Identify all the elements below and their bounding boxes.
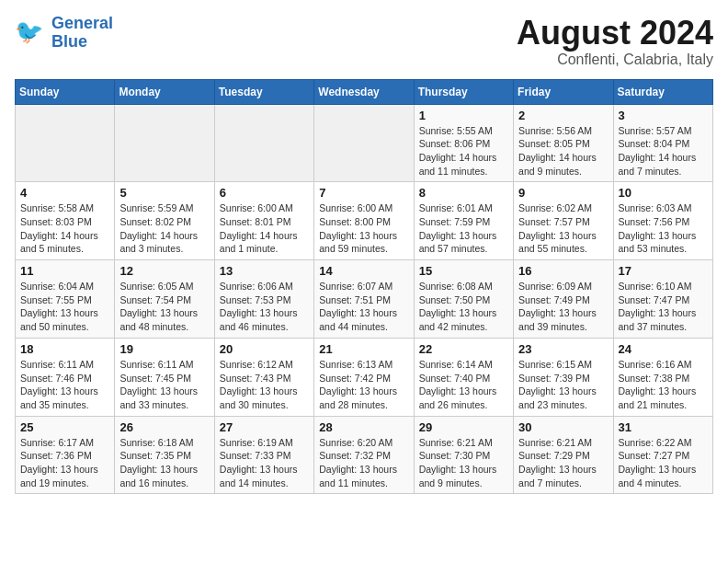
day-number: 18 xyxy=(20,342,109,356)
day-info: Sunrise: 6:20 AMSunset: 7:32 PMDaylight:… xyxy=(319,436,408,490)
day-number: 5 xyxy=(119,186,209,200)
day-number: 23 xyxy=(518,342,608,356)
day-info: Sunrise: 6:17 AMSunset: 7:36 PMDaylight:… xyxy=(20,436,109,490)
day-number: 25 xyxy=(20,420,109,434)
day-number: 15 xyxy=(419,264,508,278)
day-info: Sunrise: 5:57 AMSunset: 8:04 PMDaylight:… xyxy=(619,124,708,178)
day-number: 22 xyxy=(419,342,508,356)
calendar-subtitle: Conflenti, Calabria, Italy xyxy=(517,52,713,68)
calendar-cell: 1Sunrise: 5:55 AMSunset: 8:06 PMDaylight… xyxy=(414,104,513,182)
week-row-3: 11Sunrise: 6:04 AMSunset: 7:55 PMDayligh… xyxy=(16,260,713,339)
day-number: 24 xyxy=(619,342,708,356)
weekday-header-friday: Friday xyxy=(514,79,613,104)
day-info: Sunrise: 6:11 AMSunset: 7:45 PMDaylight:… xyxy=(119,358,209,412)
day-info: Sunrise: 5:56 AMSunset: 8:05 PMDaylight:… xyxy=(518,124,608,178)
day-number: 19 xyxy=(119,342,209,356)
day-number: 26 xyxy=(119,420,209,434)
day-number: 29 xyxy=(419,420,508,434)
calendar-cell: 16Sunrise: 6:09 AMSunset: 7:49 PMDayligh… xyxy=(514,260,613,339)
day-number: 8 xyxy=(419,186,508,200)
day-info: Sunrise: 6:19 AMSunset: 7:33 PMDaylight:… xyxy=(220,436,309,490)
day-info: Sunrise: 6:00 AMSunset: 8:00 PMDaylight:… xyxy=(319,201,408,256)
logo-text: General Blue xyxy=(51,15,113,52)
calendar-cell: 22Sunrise: 6:14 AMSunset: 7:40 PMDayligh… xyxy=(414,338,513,416)
day-number: 27 xyxy=(220,420,309,434)
calendar-cell: 13Sunrise: 6:06 AMSunset: 7:53 PMDayligh… xyxy=(214,260,313,339)
calendar-cell: 2Sunrise: 5:56 AMSunset: 8:05 PMDaylight… xyxy=(514,104,613,182)
logo-line1: General xyxy=(51,14,113,32)
week-row-2: 4Sunrise: 5:58 AMSunset: 8:03 PMDaylight… xyxy=(16,182,713,260)
calendar-cell: 11Sunrise: 6:04 AMSunset: 7:55 PMDayligh… xyxy=(16,260,115,339)
logo-line2: Blue xyxy=(51,32,87,51)
calendar-cell: 14Sunrise: 6:07 AMSunset: 7:51 PMDayligh… xyxy=(314,260,414,339)
day-info: Sunrise: 6:08 AMSunset: 7:50 PMDaylight:… xyxy=(419,280,508,334)
svg-text:🐦: 🐦 xyxy=(15,17,44,46)
calendar-cell: 3Sunrise: 5:57 AMSunset: 8:04 PMDaylight… xyxy=(613,104,712,182)
day-number: 12 xyxy=(119,264,209,278)
calendar-cell: 18Sunrise: 6:11 AMSunset: 7:46 PMDayligh… xyxy=(16,338,115,416)
week-row-4: 18Sunrise: 6:11 AMSunset: 7:46 PMDayligh… xyxy=(16,338,713,416)
day-number: 21 xyxy=(319,342,408,356)
calendar-cell: 23Sunrise: 6:15 AMSunset: 7:39 PMDayligh… xyxy=(514,338,613,416)
calendar-cell: 21Sunrise: 6:13 AMSunset: 7:42 PMDayligh… xyxy=(314,338,414,416)
day-number: 13 xyxy=(220,264,309,278)
day-info: Sunrise: 6:22 AMSunset: 7:27 PMDaylight:… xyxy=(619,436,708,490)
calendar-cell: 19Sunrise: 6:11 AMSunset: 7:45 PMDayligh… xyxy=(115,338,214,416)
calendar-cell: 28Sunrise: 6:20 AMSunset: 7:32 PMDayligh… xyxy=(314,416,414,494)
day-info: Sunrise: 6:16 AMSunset: 7:38 PMDaylight:… xyxy=(619,358,708,412)
weekday-header-row: SundayMondayTuesdayWednesdayThursdayFrid… xyxy=(16,79,713,104)
day-info: Sunrise: 6:12 AMSunset: 7:43 PMDaylight:… xyxy=(220,358,309,412)
weekday-header-saturday: Saturday xyxy=(613,79,712,104)
calendar-cell xyxy=(314,104,414,182)
calendar-cell: 17Sunrise: 6:10 AMSunset: 7:47 PMDayligh… xyxy=(613,260,712,339)
day-info: Sunrise: 6:15 AMSunset: 7:39 PMDaylight:… xyxy=(518,358,608,412)
day-info: Sunrise: 5:58 AMSunset: 8:03 PMDaylight:… xyxy=(20,201,109,256)
day-number: 4 xyxy=(20,186,109,200)
calendar-cell: 9Sunrise: 6:02 AMSunset: 7:57 PMDaylight… xyxy=(514,182,613,260)
day-info: Sunrise: 6:14 AMSunset: 7:40 PMDaylight:… xyxy=(419,358,508,412)
calendar-cell xyxy=(16,104,115,182)
calendar-cell: 31Sunrise: 6:22 AMSunset: 7:27 PMDayligh… xyxy=(613,416,712,494)
calendar-cell: 20Sunrise: 6:12 AMSunset: 7:43 PMDayligh… xyxy=(214,338,313,416)
day-info: Sunrise: 6:06 AMSunset: 7:53 PMDaylight:… xyxy=(220,280,309,334)
day-info: Sunrise: 6:11 AMSunset: 7:46 PMDaylight:… xyxy=(20,358,109,412)
day-number: 2 xyxy=(518,109,608,122)
weekday-header-sunday: Sunday xyxy=(16,79,115,104)
day-number: 9 xyxy=(518,186,608,200)
day-number: 31 xyxy=(619,420,708,434)
calendar-cell: 30Sunrise: 6:21 AMSunset: 7:29 PMDayligh… xyxy=(514,416,613,494)
calendar-cell: 8Sunrise: 6:01 AMSunset: 7:59 PMDaylight… xyxy=(414,182,513,260)
day-info: Sunrise: 6:07 AMSunset: 7:51 PMDaylight:… xyxy=(319,280,408,334)
day-number: 10 xyxy=(619,186,708,200)
calendar-cell: 26Sunrise: 6:18 AMSunset: 7:35 PMDayligh… xyxy=(115,416,214,494)
day-info: Sunrise: 6:01 AMSunset: 7:59 PMDaylight:… xyxy=(419,201,508,256)
day-info: Sunrise: 6:13 AMSunset: 7:42 PMDaylight:… xyxy=(319,358,408,412)
calendar-cell: 10Sunrise: 6:03 AMSunset: 7:56 PMDayligh… xyxy=(613,182,712,260)
day-info: Sunrise: 6:09 AMSunset: 7:49 PMDaylight:… xyxy=(518,280,608,334)
day-number: 1 xyxy=(419,109,508,122)
day-info: Sunrise: 6:18 AMSunset: 7:35 PMDaylight:… xyxy=(119,436,209,490)
weekday-header-thursday: Thursday xyxy=(414,79,513,104)
calendar-title-block: August 2024 Conflenti, Calabria, Italy xyxy=(517,15,713,68)
calendar-cell: 24Sunrise: 6:16 AMSunset: 7:38 PMDayligh… xyxy=(613,338,712,416)
day-info: Sunrise: 6:00 AMSunset: 8:01 PMDaylight:… xyxy=(220,201,309,256)
day-number: 14 xyxy=(319,264,408,278)
calendar-cell: 15Sunrise: 6:08 AMSunset: 7:50 PMDayligh… xyxy=(414,260,513,339)
day-info: Sunrise: 5:59 AMSunset: 8:02 PMDaylight:… xyxy=(119,201,209,256)
day-number: 7 xyxy=(319,186,408,200)
day-info: Sunrise: 6:21 AMSunset: 7:30 PMDaylight:… xyxy=(419,436,508,490)
calendar-cell xyxy=(214,104,313,182)
day-info: Sunrise: 6:05 AMSunset: 7:54 PMDaylight:… xyxy=(119,280,209,334)
calendar-table: SundayMondayTuesdayWednesdayThursdayFrid… xyxy=(15,79,713,495)
week-row-1: 1Sunrise: 5:55 AMSunset: 8:06 PMDaylight… xyxy=(16,104,713,182)
logo: 🐦 General Blue xyxy=(15,15,113,52)
day-number: 28 xyxy=(319,420,408,434)
day-info: Sunrise: 6:03 AMSunset: 7:56 PMDaylight:… xyxy=(619,201,708,256)
day-info: Sunrise: 6:04 AMSunset: 7:55 PMDaylight:… xyxy=(20,280,109,334)
day-info: Sunrise: 5:55 AMSunset: 8:06 PMDaylight:… xyxy=(419,124,508,178)
day-info: Sunrise: 6:10 AMSunset: 7:47 PMDaylight:… xyxy=(619,280,708,334)
logo-icon: 🐦 xyxy=(15,17,48,50)
calendar-title: August 2024 xyxy=(517,15,713,52)
weekday-header-monday: Monday xyxy=(115,79,214,104)
day-number: 16 xyxy=(518,264,608,278)
